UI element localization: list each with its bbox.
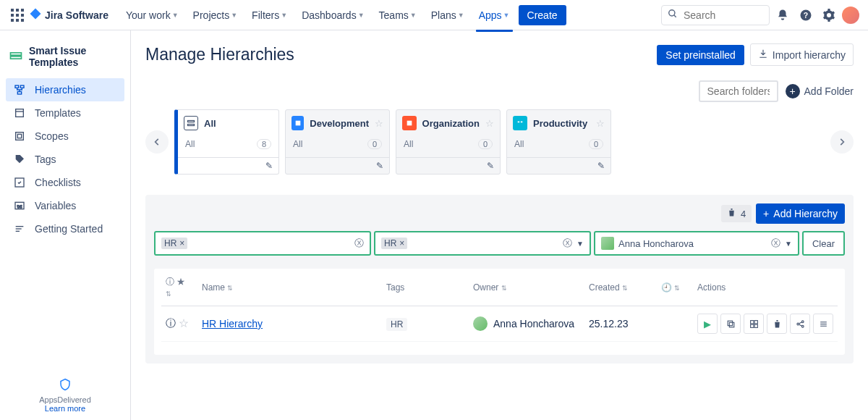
chip-remove-icon[interactable]: × (179, 238, 184, 248)
info-icon[interactable]: ⓘ (166, 317, 176, 329)
scroll-right-button[interactable] (830, 130, 854, 154)
svg-rect-33 (728, 321, 733, 326)
svg-rect-30 (295, 121, 300, 126)
delete-count[interactable]: 4 (721, 205, 752, 222)
filter-chip[interactable]: HR× (161, 238, 187, 249)
svg-rect-21 (17, 134, 21, 138)
copy-button[interactable] (720, 314, 741, 334)
hierarchy-icon (13, 84, 26, 96)
help-icon[interactable]: ? (796, 5, 816, 25)
folder-toolbar: + Add Folder (145, 73, 854, 109)
sidebar-item-variables[interactable]: txt Variables (6, 194, 124, 217)
sidebar: Smart Issue Templates Hierarchies Templa… (0, 30, 131, 420)
th-created[interactable]: Created ⇅ (584, 269, 657, 306)
nav-projects[interactable]: Projects▼ (187, 7, 244, 24)
create-button[interactable]: Create (519, 5, 566, 25)
global-search-input[interactable] (682, 9, 763, 22)
svg-rect-15 (15, 85, 19, 88)
edit-icon[interactable]: ✎ (265, 161, 273, 171)
sidebar-item-label: Variables (35, 200, 76, 211)
hierarchy-panel: 4 + Add Hierarchy HR× ⓧ HR× ⓧ ▼ (145, 195, 854, 364)
sidebar-title: Smart Issue Templates (29, 45, 119, 68)
chevron-down-icon[interactable]: ▼ (576, 240, 584, 248)
hierarchy-link[interactable]: HR Hierarchy (202, 318, 263, 329)
svg-rect-0 (11, 9, 14, 12)
svg-rect-31 (407, 121, 412, 126)
global-search[interactable] (661, 5, 770, 25)
star-icon[interactable]: ☆ (596, 118, 605, 129)
sidebar-item-hierarchies[interactable]: Hierarchies (6, 78, 124, 101)
edit-icon[interactable]: ✎ (487, 161, 494, 171)
jira-icon (29, 7, 42, 22)
table-header-row: ⓘ ★ ⇅ Name ⇅ Tags Owner ⇅ Created ⇅ 🕘 ⇅ … (161, 269, 838, 306)
clear-icon[interactable]: ⓧ (563, 237, 572, 250)
filter-tag[interactable]: HR× ⓧ ▼ (374, 231, 591, 256)
sidebar-item-templates[interactable]: Templates (6, 101, 124, 125)
app-switcher-icon[interactable] (9, 7, 26, 24)
edit-icon[interactable]: ✎ (597, 161, 605, 171)
nav-filters[interactable]: Filters▼ (246, 7, 293, 24)
nav-your-work[interactable]: Your work▼ (120, 7, 184, 24)
scroll-left-button[interactable] (145, 130, 169, 154)
run-button[interactable]: ▶ (697, 314, 718, 334)
clear-filters-button[interactable]: Clear (802, 231, 845, 256)
svg-point-9 (669, 10, 675, 16)
filter-text[interactable]: HR× ⓧ (154, 231, 371, 256)
star-icon[interactable]: ☆ (485, 118, 494, 129)
notifications-icon[interactable] (773, 5, 793, 25)
sidebar-item-getting-started[interactable]: Getting Started (6, 217, 124, 240)
nav-apps[interactable]: Apps▼ (473, 7, 516, 24)
set-preinstalled-button[interactable]: Set preinstalled (657, 45, 744, 65)
vendor-icon (0, 378, 130, 392)
th-name[interactable]: Name ⇅ (197, 269, 382, 306)
delete-button[interactable] (767, 314, 787, 334)
chevron-down-icon[interactable]: ▼ (785, 240, 792, 248)
sidebar-item-scopes[interactable]: Scopes (6, 125, 124, 148)
clear-icon[interactable]: ⓧ (771, 237, 780, 250)
nav-plans[interactable]: Plans▼ (425, 7, 470, 24)
chevron-down-icon: ▼ (358, 12, 365, 19)
more-button[interactable] (813, 314, 833, 334)
trash-icon (727, 208, 736, 219)
th-clock[interactable]: 🕘 ⇅ (657, 269, 693, 306)
filter-chip[interactable]: HR× (381, 238, 407, 249)
filter-owner[interactable]: Anna Honcharova ⓧ ▼ (594, 231, 799, 256)
add-folder-button[interactable]: + Add Folder (786, 84, 854, 98)
learn-more-link[interactable]: Learn more (45, 404, 85, 413)
svg-rect-3 (11, 14, 14, 17)
grid-button[interactable] (744, 314, 764, 334)
chevron-down-icon: ▼ (410, 12, 417, 19)
import-hierarchy-button[interactable]: Import hierarchy (750, 43, 854, 66)
nav-teams[interactable]: Teams▼ (373, 7, 422, 24)
settings-icon[interactable] (819, 5, 839, 25)
svg-rect-18 (16, 109, 24, 117)
sidebar-item-checklists[interactable]: Checklists (6, 171, 124, 194)
star-icon[interactable]: ☆ (375, 118, 383, 129)
folder-card-productivity[interactable]: Productivity☆ All0 ✎ (506, 109, 611, 175)
th-icons[interactable]: ⓘ ★ ⇅ (161, 269, 197, 306)
svg-rect-6 (11, 19, 14, 22)
th-owner[interactable]: Owner ⇅ (469, 269, 584, 306)
owner-avatar-icon (473, 316, 488, 331)
folder-search-input[interactable] (699, 80, 778, 102)
folder-card-all[interactable]: All All8 ✎ (174, 109, 279, 175)
nav-dashboards[interactable]: Dashboards▼ (296, 7, 370, 24)
th-tags[interactable]: Tags (382, 269, 469, 306)
import-icon (758, 49, 768, 61)
chevron-down-icon: ▼ (458, 12, 464, 19)
sidebar-item-tags[interactable]: Tags (6, 148, 124, 171)
user-avatar[interactable] (842, 7, 859, 24)
star-icon[interactable]: ☆ (179, 317, 189, 329)
clear-icon[interactable]: ⓧ (354, 237, 364, 250)
add-hierarchy-button[interactable]: + Add Hierarchy (756, 203, 845, 224)
svg-rect-35 (754, 320, 757, 323)
share-button[interactable] (790, 314, 810, 334)
edit-icon[interactable]: ✎ (376, 161, 383, 171)
chip-remove-icon[interactable]: × (399, 238, 404, 248)
svg-rect-37 (754, 324, 757, 327)
folder-list: All All8 ✎ Development☆ All0 ✎ Organizat… (174, 109, 611, 175)
sidebar-item-label: Tags (35, 154, 56, 165)
folder-card-development[interactable]: Development☆ All0 ✎ (285, 109, 390, 175)
brand-logo[interactable]: Jira Software (29, 7, 109, 22)
folder-card-organization[interactable]: Organization☆ All0 ✎ (396, 109, 501, 175)
